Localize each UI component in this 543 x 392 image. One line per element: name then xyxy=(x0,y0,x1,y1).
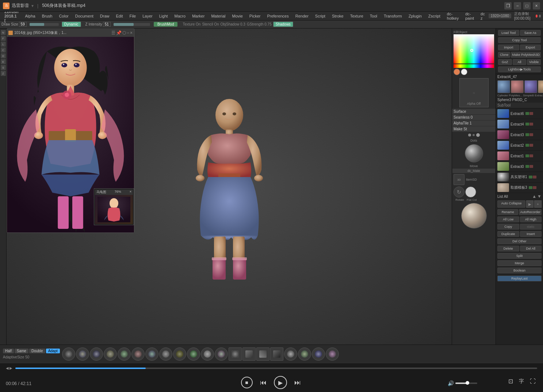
make-polymesh-btn[interactable]: Make PolyMesh3D xyxy=(511,52,541,58)
flat-col-sphere[interactable] xyxy=(465,187,476,197)
subtool-extract6[interactable]: Extract6 xyxy=(496,108,543,119)
subtool-extract0[interactable]: Extract0 xyxy=(496,161,543,172)
tool-thumb-3[interactable] xyxy=(524,80,537,93)
double-btn[interactable]: Double xyxy=(29,349,45,353)
split-btn[interactable]: Split xyxy=(497,253,542,259)
left-tool-2[interactable]: F xyxy=(1,36,6,41)
close-button[interactable]: × xyxy=(533,2,540,9)
surface-button[interactable]: Surface xyxy=(452,109,496,114)
brush-19[interactable] xyxy=(312,347,325,361)
brush-16[interactable] xyxy=(270,347,283,361)
seamless-button[interactable]: Seamless 0 xyxy=(452,115,496,120)
ctrl-off-7[interactable] xyxy=(533,176,536,178)
menu-zplugin[interactable]: Zplugin xyxy=(406,13,425,19)
auto-collapse-arrow-btn[interactable]: ▶ xyxy=(526,200,534,208)
auto-collapse-btn[interactable]: Auto Collapse xyxy=(497,200,525,208)
material-sphere[interactable] xyxy=(461,203,487,228)
tool-thumb-cylinder[interactable] xyxy=(497,80,510,93)
brush-4[interactable] xyxy=(104,347,117,361)
menu-alpha[interactable]: Alpha xyxy=(22,13,38,19)
delete-btn[interactable]: Delete xyxy=(497,246,519,251)
brush-18[interactable] xyxy=(298,347,311,361)
skip-back-button[interactable]: ⏮ xyxy=(259,377,268,388)
ctrl-on-8[interactable] xyxy=(529,186,532,189)
brush-3[interactable] xyxy=(90,347,103,361)
brush-6[interactable] xyxy=(131,347,145,361)
left-tool-3[interactable]: L xyxy=(1,42,6,47)
ctrl-on-4[interactable] xyxy=(525,144,529,147)
brush-15[interactable] xyxy=(256,347,269,361)
boolean-btn[interactable]: Boolean xyxy=(497,268,542,273)
ctrl-on-5[interactable] xyxy=(525,154,529,157)
list-arrow-down[interactable]: ▼ xyxy=(537,194,542,199)
z-intensity-value[interactable]: 51 xyxy=(103,22,111,27)
brush-14[interactable] xyxy=(242,347,256,361)
menu-marker[interactable]: Marker xyxy=(189,13,207,19)
menu-render[interactable]: Render xyxy=(292,13,311,19)
replay-last-btn[interactable]: ReplayLast xyxy=(497,276,542,281)
ref-panel-min[interactable]: − xyxy=(127,30,129,35)
shadows-button[interactable]: Shadows xyxy=(273,22,293,27)
brush-10[interactable] xyxy=(187,347,200,361)
export-btn[interactable]: Export xyxy=(520,45,541,50)
merge-btn[interactable]: Merge xyxy=(497,260,542,266)
brush-2[interactable] xyxy=(76,347,89,361)
left-tool-7[interactable]: S xyxy=(1,65,6,70)
alpha-off-box[interactable]: ○ Alpha Off xyxy=(459,78,489,107)
clone-btn[interactable]: Clone xyxy=(498,52,510,58)
minimize-button[interactable]: − xyxy=(514,2,521,9)
menu-preferences[interactable]: Preferences xyxy=(264,13,291,19)
menu-script[interactable]: Script xyxy=(312,13,328,19)
same-btn[interactable]: Same xyxy=(15,349,28,353)
lightbox-row[interactable]: Lightbox▶Tools xyxy=(497,66,542,73)
brush-11[interactable] xyxy=(201,347,214,361)
list-arrow-up[interactable]: ▲ xyxy=(532,194,536,199)
thumbnail-overlay[interactable]: 乌龟图 76% × xyxy=(94,188,134,225)
play-button[interactable]: ▶ xyxy=(274,376,287,389)
draw-size-slider[interactable] xyxy=(30,23,59,26)
tool-thumb-4[interactable] xyxy=(538,80,543,93)
left-tool-4[interactable]: C xyxy=(1,47,6,53)
menu-light[interactable]: Light xyxy=(156,13,171,19)
left-tool-6[interactable]: E xyxy=(1,59,6,64)
lightbox-btn[interactable]: Lightbox▶Tools xyxy=(498,66,541,72)
stop-button[interactable]: ■ xyxy=(241,377,253,388)
move-sphere-area[interactable] xyxy=(452,143,496,164)
ctrl-off-6[interactable] xyxy=(529,165,533,168)
menu-transform[interactable]: Transform xyxy=(381,13,405,19)
ctrl-off-8[interactable] xyxy=(533,186,536,189)
color-marker[interactable] xyxy=(470,49,473,52)
copy-tool-btn[interactable]: Copy Tool xyxy=(498,37,541,43)
progress-bar[interactable] xyxy=(15,368,537,369)
insert-btn[interactable]: Insert xyxy=(520,231,542,237)
duplicate-btn[interactable]: Duplicate xyxy=(497,231,519,237)
menu-brush[interactable]: Brush xyxy=(39,13,56,19)
visible-btn[interactable]: Visible xyxy=(527,59,541,65)
draw-size-value[interactable]: 59 xyxy=(19,22,27,27)
ctrl-off-4[interactable] xyxy=(529,144,533,147)
screen-mode-btn[interactable]: ⊡ xyxy=(507,376,515,386)
large-sphere-area[interactable] xyxy=(452,201,496,230)
half-btn[interactable]: Half xyxy=(3,349,14,353)
brush-9[interactable] xyxy=(173,347,186,361)
subtool-real-ball[interactable]: 具实塑球1 xyxy=(496,172,543,182)
menu-zscript[interactable]: Zscript xyxy=(425,13,443,19)
color-swatch-fg[interactable] xyxy=(454,69,460,75)
all-low-btn[interactable]: All Low xyxy=(497,216,519,222)
menu-stroke[interactable]: Stroke xyxy=(329,13,347,19)
dynamic-btn[interactable]: Dynamic xyxy=(62,22,81,27)
save-as-btn[interactable]: Save As xyxy=(520,30,541,36)
brush-13[interactable] xyxy=(229,347,242,361)
left-tool-1[interactable]: N xyxy=(1,30,6,35)
autorecorder-btn[interactable]: AutoRecorder xyxy=(519,209,542,215)
color-swatch-bg[interactable] xyxy=(461,69,467,75)
copy-btn[interactable]: Copy xyxy=(497,224,519,230)
subtool-extract3[interactable]: Extract3 xyxy=(496,130,543,140)
subtool-extract1[interactable]: Extract1 xyxy=(496,151,543,161)
alpha-tile-button[interactable]: AlphaTile 1 xyxy=(452,120,496,126)
color-gradient[interactable] xyxy=(454,34,494,64)
ctrl-on-6[interactable] xyxy=(525,165,529,168)
ctrl-off-3[interactable] xyxy=(529,133,533,136)
all-high-btn[interactable]: All High xyxy=(520,216,542,222)
del-all-btn[interactable]: Del All xyxy=(520,246,542,251)
